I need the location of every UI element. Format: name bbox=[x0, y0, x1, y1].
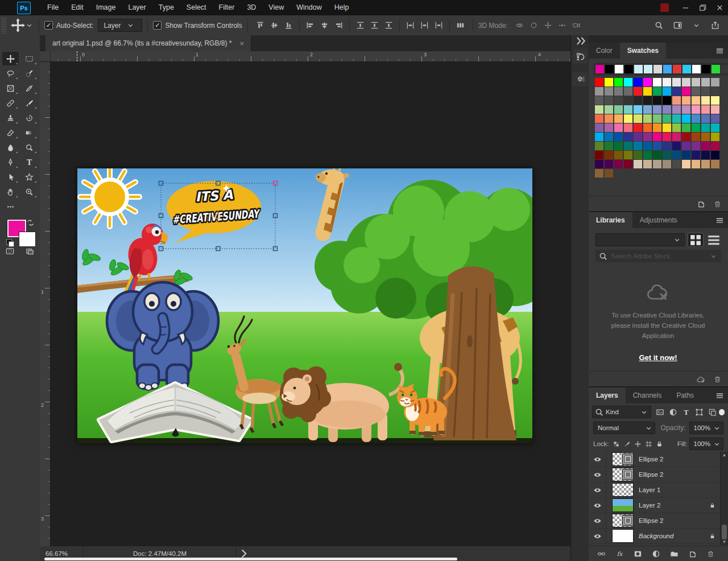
layers-tab-paths[interactable]: Paths bbox=[669, 387, 701, 403]
share-button[interactable] bbox=[708, 18, 722, 32]
lock-artboard-button[interactable] bbox=[643, 439, 654, 449]
history-brush-tool[interactable] bbox=[21, 111, 38, 125]
color-swatch[interactable] bbox=[595, 160, 603, 168]
recent-swatch[interactable] bbox=[682, 65, 691, 73]
color-swatch[interactable] bbox=[711, 133, 719, 141]
align-right-edges-button[interactable] bbox=[332, 18, 346, 32]
brush-tool[interactable] bbox=[21, 96, 38, 110]
gradient-tool[interactable] bbox=[21, 126, 38, 139]
color-swatch[interactable] bbox=[634, 96, 642, 105]
color-swatch[interactable] bbox=[605, 169, 613, 178]
filter-image-button[interactable] bbox=[653, 406, 667, 418]
color-swatch[interactable] bbox=[653, 123, 661, 132]
color-swatch[interactable] bbox=[624, 151, 632, 159]
recent-swatch[interactable] bbox=[692, 65, 701, 73]
search-button[interactable] bbox=[652, 18, 666, 32]
libraries-tab-adjustments[interactable]: Adjustments bbox=[632, 212, 685, 228]
recent-swatch[interactable] bbox=[615, 65, 623, 73]
color-swatch[interactable] bbox=[672, 87, 681, 96]
color-swatch[interactable] bbox=[624, 78, 632, 86]
color-swatch[interactable] bbox=[672, 96, 681, 105]
layer-effects-button[interactable]: fx bbox=[614, 550, 626, 558]
color-swatch[interactable] bbox=[643, 151, 652, 159]
new-swatch-button[interactable] bbox=[694, 200, 707, 208]
collapse-panels-icon[interactable] bbox=[574, 37, 588, 45]
color-swatch[interactable] bbox=[624, 133, 632, 141]
distribute-horizontal-centers-button[interactable] bbox=[417, 18, 432, 32]
align-horizontal-centers-button[interactable] bbox=[317, 18, 332, 32]
lasso-tool[interactable] bbox=[2, 67, 19, 80]
color-swatch[interactable] bbox=[624, 87, 632, 96]
color-swatch[interactable] bbox=[653, 87, 661, 96]
color-swatch[interactable] bbox=[605, 105, 613, 114]
color-swatch[interactable] bbox=[701, 96, 710, 105]
color-swatch[interactable] bbox=[692, 133, 700, 141]
color-swatch[interactable] bbox=[595, 151, 603, 159]
swatches-tab-color[interactable]: Color bbox=[589, 43, 620, 59]
layer-visibility-eye-icon[interactable] bbox=[589, 498, 606, 513]
color-swatch[interactable] bbox=[682, 105, 690, 114]
menu-help[interactable]: Help bbox=[328, 0, 355, 15]
default-colors-icon[interactable] bbox=[6, 239, 14, 246]
healing-tool[interactable] bbox=[2, 96, 19, 110]
ruler-origin[interactable] bbox=[40, 51, 51, 62]
close-window-button[interactable] bbox=[711, 0, 728, 15]
horizontal-scrollbar[interactable] bbox=[44, 558, 457, 560]
color-swatch[interactable] bbox=[634, 123, 642, 132]
layer-row[interactable]: Ellipse 2 bbox=[589, 452, 721, 467]
tool-preset-chevron-icon[interactable] bbox=[25, 21, 34, 30]
document-canvas[interactable]: ITS A #CREATIVESUNDAY bbox=[77, 168, 532, 443]
color-swatch[interactable] bbox=[672, 160, 681, 168]
new-adjustment-button[interactable] bbox=[650, 550, 663, 558]
layer-thumbnail[interactable] bbox=[612, 498, 634, 512]
close-tab-icon[interactable]: × bbox=[239, 39, 244, 48]
color-swatch[interactable] bbox=[653, 78, 661, 86]
delete-swatch-button[interactable] bbox=[711, 200, 723, 208]
recent-swatch[interactable] bbox=[624, 65, 633, 73]
layer-thumbnail[interactable] bbox=[612, 483, 634, 497]
color-swatch[interactable] bbox=[692, 78, 700, 86]
recent-swatch[interactable] bbox=[653, 65, 662, 73]
layer-thumbnail[interactable] bbox=[612, 452, 634, 466]
background-color-swatch[interactable] bbox=[19, 232, 36, 247]
layer-thumbnail[interactable] bbox=[612, 514, 634, 527]
minimize-window-button[interactable] bbox=[677, 0, 694, 15]
shape-tool[interactable] bbox=[21, 170, 38, 184]
link-layers-button[interactable] bbox=[595, 550, 608, 558]
color-swatch[interactable] bbox=[701, 87, 710, 96]
color-swatch[interactable] bbox=[663, 78, 671, 86]
color-swatch[interactable] bbox=[711, 96, 719, 105]
color-swatch[interactable] bbox=[614, 151, 623, 159]
color-swatch[interactable] bbox=[634, 114, 642, 123]
color-swatch[interactable] bbox=[692, 160, 700, 168]
color-swatch[interactable] bbox=[653, 105, 661, 114]
recent-swatch[interactable] bbox=[663, 65, 672, 73]
color-swatch[interactable] bbox=[624, 160, 632, 168]
color-swatch[interactable] bbox=[624, 105, 632, 114]
quick-mask-icon[interactable] bbox=[6, 247, 14, 255]
color-swatch[interactable] bbox=[701, 114, 710, 123]
color-swatch[interactable] bbox=[682, 114, 690, 123]
color-swatch[interactable] bbox=[595, 133, 603, 141]
swap-colors-icon[interactable] bbox=[26, 218, 35, 227]
color-swatch[interactable] bbox=[701, 133, 710, 141]
history-panel-button[interactable] bbox=[573, 49, 588, 64]
color-swatch[interactable] bbox=[701, 78, 710, 86]
color-swatch[interactable] bbox=[614, 105, 623, 114]
color-swatch[interactable] bbox=[663, 87, 671, 96]
color-swatch[interactable] bbox=[672, 78, 681, 86]
layer-row[interactable]: Ellipse 2 bbox=[589, 513, 721, 529]
delete-layer-button[interactable] bbox=[705, 550, 717, 558]
zoom-level-field[interactable]: 66.67% bbox=[40, 550, 83, 557]
delete-library-button[interactable] bbox=[711, 375, 723, 383]
color-swatch[interactable] bbox=[595, 87, 603, 96]
color-swatch[interactable] bbox=[692, 114, 700, 123]
restore-window-button[interactable] bbox=[694, 0, 711, 15]
color-swatch[interactable] bbox=[672, 151, 681, 159]
color-swatch[interactable] bbox=[701, 142, 710, 150]
color-swatch[interactable] bbox=[634, 105, 642, 114]
layer-visibility-eye-icon[interactable] bbox=[589, 529, 606, 543]
color-swatch[interactable] bbox=[643, 87, 652, 96]
lock-all-button[interactable] bbox=[654, 439, 665, 449]
scrollbar-thumb[interactable] bbox=[722, 525, 727, 539]
